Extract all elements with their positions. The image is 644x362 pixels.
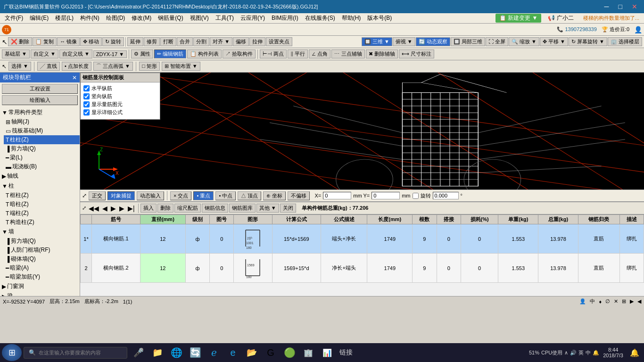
sidebar-close-icon[interactable]: ✕: [72, 74, 77, 81]
split-btn[interactable]: 分割: [193, 37, 209, 46]
fullscreen-btn[interactable]: ⛶ 全屏: [486, 37, 508, 46]
drawing-input-btn[interactable]: 绘图输入: [2, 95, 78, 105]
checkbox-qty-input[interactable]: [83, 101, 90, 107]
insert-row-btn[interactable]: 插入: [140, 204, 157, 213]
input-zh[interactable]: 中: [586, 349, 591, 356]
rebar-info-btn[interactable]: 钢筋信息: [202, 204, 228, 213]
close-panel-btn[interactable]: 关闭: [280, 204, 296, 213]
tree-item-shear-wall[interactable]: ▐剪力墙(Q): [4, 237, 80, 246]
align-btn[interactable]: 对齐 ▼: [210, 37, 232, 46]
two-points-btn[interactable]: ⊢⊣ 两点: [260, 49, 287, 58]
tree-item-shear[interactable]: ▐剪力墙(Q): [4, 144, 80, 153]
tree-item-masonry-wall[interactable]: ▐砌体墙(Q): [4, 255, 80, 263]
smart-layout-btn[interactable]: ⊞ 智能布置 ▼: [162, 62, 200, 71]
taskbar-explorer[interactable]: 📁: [149, 344, 166, 361]
edit-rebar-btn[interactable]: ✏ 编辑钢筋: [154, 49, 186, 58]
taskbar-gdesign[interactable]: G: [262, 344, 279, 361]
taskbar-green[interactable]: 🟢: [281, 344, 298, 361]
intersection-btn[interactable]: × 交点: [170, 191, 191, 200]
canvas-area[interactable]: 钢筋显示控制面板 水平纵筋 竖向纵筋 显示量筋图元: [80, 73, 644, 189]
midpoint-btn[interactable]: • 重点: [193, 191, 214, 200]
tree-common-components[interactable]: ▼ 常用构件类型: [0, 107, 80, 117]
tree-item-frame-col[interactable]: T框柱(Z): [4, 191, 80, 200]
new-change-btn[interactable]: 📋 新建变更 ▼: [495, 14, 542, 23]
nav-first[interactable]: ◀◀: [87, 204, 100, 213]
menu-help[interactable]: 帮助(H): [339, 14, 364, 23]
notification-bell[interactable]: 🔔: [627, 348, 642, 357]
tree-item-col[interactable]: T柱柱(Z): [4, 135, 80, 144]
taskbar-link[interactable]: 链接: [338, 344, 355, 361]
checkbox-formula-input[interactable]: [83, 109, 90, 115]
dim-btn[interactable]: ⟷ 尺寸标注: [399, 49, 434, 58]
tree-axis[interactable]: ▶ 轴线: [0, 171, 80, 181]
table-row-1[interactable]: 1* 横向钢筋.1 12 ф 0: [81, 224, 644, 254]
local-3d-btn[interactable]: 🔲 局部三维: [451, 37, 485, 46]
y-input[interactable]: [372, 192, 400, 199]
base-layer-btn[interactable]: 基础层 ▼: [2, 49, 30, 58]
trim-btn[interactable]: 修剪: [144, 37, 160, 46]
taskbar-ie[interactable]: ℯ: [206, 344, 223, 361]
vertex-btn[interactable]: △ 顶点: [238, 191, 261, 200]
delete-btn[interactable]: ❌ 删除: [8, 37, 32, 46]
select-floor-btn[interactable]: 🏢 选择楼层: [608, 37, 642, 46]
taskbar-cortana[interactable]: 🎤: [130, 344, 147, 361]
menu-modify[interactable]: 修改(M): [129, 14, 154, 23]
3d-btn[interactable]: 🔲 三维 ▼: [362, 37, 392, 46]
mirror-btn[interactable]: ↔ 镜像: [57, 37, 80, 46]
taskbar-app1[interactable]: 🏢: [300, 344, 317, 361]
table-row-2[interactable]: 2 横向钢筋.2 12 ф 0 1: [81, 254, 644, 283]
zdyx-btn[interactable]: ZDYX-17 ▼: [93, 50, 127, 58]
custom-line-btn[interactable]: 自定义线 ▼: [59, 49, 92, 58]
minimize-btn[interactable]: ─: [602, 3, 612, 10]
break-btn[interactable]: 打断: [160, 37, 176, 46]
tree-columns[interactable]: ▼ 柱: [0, 181, 80, 191]
component-list-btn[interactable]: 📋 构件列表: [187, 49, 222, 58]
point-length-btn[interactable]: • 点加长度: [62, 62, 91, 71]
taskbar-folder[interactable]: 📂: [243, 344, 260, 361]
view-btn[interactable]: 俯视 ▼: [393, 37, 415, 46]
property-btn[interactable]: ⚙ 属性: [131, 49, 153, 58]
pick-component-btn[interactable]: ↗ 拾取构件: [223, 49, 256, 58]
taskbar-edge1[interactable]: 🌐: [168, 344, 185, 361]
menu-online[interactable]: 在线服务(S): [302, 14, 338, 23]
center-btn[interactable]: • 中点: [215, 191, 236, 200]
menu-tools[interactable]: 工具(T): [213, 14, 237, 23]
tree-item-raft[interactable]: ▭筏板基础(M): [4, 126, 80, 135]
tree-item-axis[interactable]: ⊞轴网(J): [4, 117, 80, 126]
rotate-view-btn[interactable]: ↻ 屏幕旋转 ▼: [569, 37, 607, 46]
input-method[interactable]: 英: [578, 349, 584, 356]
parallel-btn[interactable]: ∥ 平行: [288, 49, 308, 58]
copy-btn[interactable]: 📋 复制: [33, 37, 57, 46]
checkbox-horizontal-input[interactable]: [83, 85, 90, 91]
tree-item-slab[interactable]: ▬现浇板(B): [4, 162, 80, 171]
taskbar-ie2[interactable]: e: [224, 344, 241, 361]
nav-prev[interactable]: ◀: [101, 204, 109, 213]
menu-bim[interactable]: BIM应用(I): [269, 14, 301, 23]
scale-rebar-btn[interactable]: 缩尺配筋: [174, 204, 201, 213]
tree-item-beam[interactable]: ━梁(L): [4, 153, 80, 162]
dynamic-view-btn[interactable]: 🔄 动态观察: [416, 37, 450, 46]
merge-btn[interactable]: 合并: [177, 37, 193, 46]
no-offset-btn[interactable]: 不偏移: [288, 191, 310, 200]
tree-item-end-col[interactable]: T端柱(Z): [4, 209, 80, 218]
del-aux-btn[interactable]: ✖ 删除辅轴: [366, 49, 398, 58]
grip-btn[interactable]: 设置夹点: [266, 37, 292, 46]
checkbox-vertical-input[interactable]: [83, 93, 90, 99]
move-btn[interactable]: ✥ 移动: [80, 37, 102, 46]
time-display[interactable]: 8:44 2018/7/3: [599, 347, 627, 358]
stretch-btn[interactable]: 拉伸: [249, 37, 265, 46]
tree-item-hidden-beam[interactable]: ━暗梁(A): [4, 263, 80, 272]
menu-version[interactable]: 版本号(B): [364, 14, 395, 23]
delete-row-btn[interactable]: 删除: [157, 204, 173, 213]
rect-btn[interactable]: □ 矩形: [139, 62, 160, 71]
tree-item-hidden-col[interactable]: T暗柱(Z): [4, 200, 80, 209]
tree-doors[interactable]: ▶门窗洞: [0, 281, 80, 291]
menu-cloud[interactable]: 云应用(Y): [238, 14, 268, 23]
three-point-aux-btn[interactable]: ⋯ 三点辅轴: [331, 49, 364, 58]
taskbar-edge2[interactable]: 🔄: [187, 344, 204, 361]
extend-btn[interactable]: 延伸: [127, 37, 143, 46]
nav-last[interactable]: ▶|: [126, 204, 136, 213]
nav-next[interactable]: ▶: [118, 204, 126, 213]
tree-walls[interactable]: ▼ 墙: [0, 227, 80, 237]
select-mode-btn[interactable]: 选择 ▼: [8, 62, 31, 71]
